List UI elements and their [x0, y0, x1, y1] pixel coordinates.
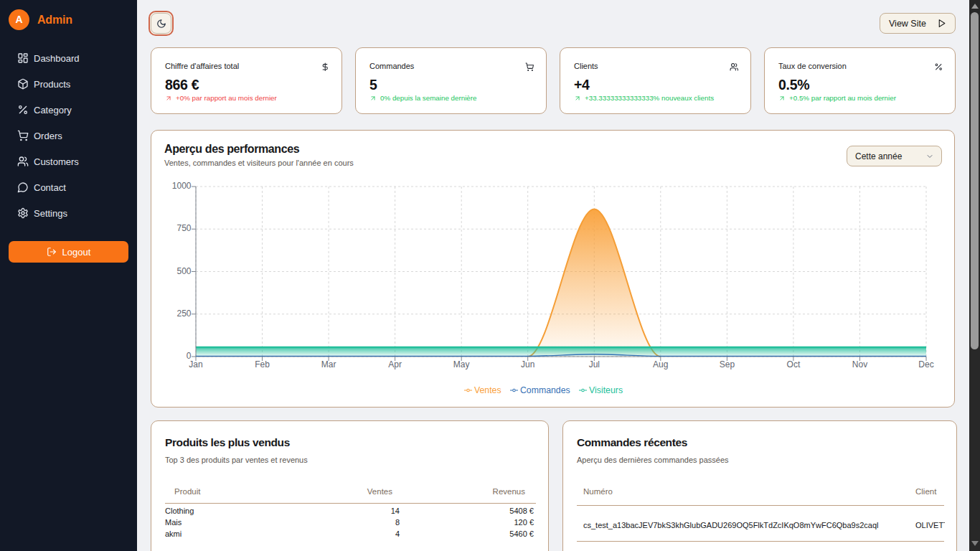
- svg-text:May: May: [453, 359, 470, 369]
- svg-text:Jul: Jul: [589, 359, 600, 369]
- svg-text:Jun: Jun: [521, 359, 534, 369]
- svg-text:Apr: Apr: [388, 359, 402, 369]
- svg-text:Dec: Dec: [918, 359, 933, 369]
- svg-text:250: 250: [176, 309, 191, 319]
- svg-text:750: 750: [176, 223, 191, 233]
- svg-text:Jan: Jan: [189, 359, 202, 369]
- svg-text:Feb: Feb: [255, 359, 270, 369]
- svg-text:Nov: Nov: [852, 359, 867, 369]
- svg-text:500: 500: [176, 266, 191, 276]
- svg-text:Mar: Mar: [321, 359, 336, 369]
- svg-text:Aug: Aug: [653, 359, 668, 369]
- svg-text:Oct: Oct: [787, 359, 801, 369]
- svg-text:1000: 1000: [172, 181, 192, 191]
- svg-text:Sep: Sep: [720, 359, 735, 369]
